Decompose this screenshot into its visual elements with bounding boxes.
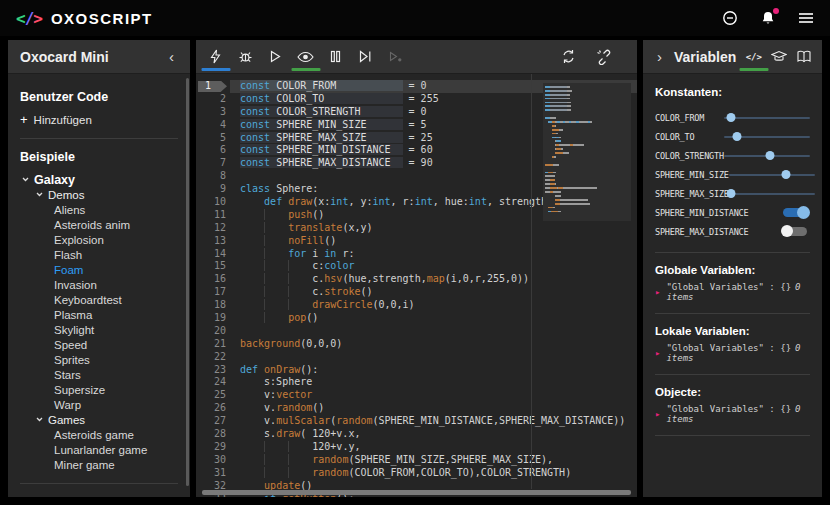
line-number[interactable]: 28	[196, 428, 230, 441]
tree-item-invasion[interactable]: Invasion	[20, 277, 178, 292]
editor-horizontal-scrollbar[interactable]	[202, 490, 631, 495]
tree-item-stars[interactable]: Stars	[20, 367, 178, 382]
line-number[interactable]: 23	[196, 364, 230, 377]
slider-thumb[interactable]	[732, 132, 741, 141]
line-number[interactable]: 18	[196, 299, 230, 312]
pause-icon[interactable]	[326, 40, 345, 74]
tree-item-asteroids-anim[interactable]: Asteroids anim	[20, 217, 178, 232]
line-number[interactable]: 29	[196, 441, 230, 454]
eye-watch-icon[interactable]	[296, 40, 315, 74]
line-number[interactable]: 19	[196, 312, 230, 325]
code-line-17[interactable]: 17 c.stroke()	[196, 286, 637, 299]
step-forward-icon[interactable]	[356, 40, 375, 74]
code-line-16[interactable]: 16 c.hsv(hue,strength,map(i,0,r,255,0))	[196, 273, 637, 286]
flash-upload-icon[interactable]	[206, 40, 225, 74]
code-line-31[interactable]: 31 random(COLOR_FROM,COLOR_TO),COLOR_STR…	[196, 467, 637, 480]
tree-item-skylight[interactable]: Skylight	[20, 322, 178, 337]
line-number[interactable]: 27	[196, 415, 230, 428]
line-number[interactable]: 20	[196, 325, 230, 338]
run-once-icon[interactable]	[386, 40, 405, 74]
tree-item-keyboardtest[interactable]: Keyboardtest	[20, 292, 178, 307]
code-line-15[interactable]: 15 c:color	[196, 260, 637, 273]
add-user-code-button[interactable]: + Hinzufügen	[20, 112, 178, 127]
line-number[interactable]: 1	[196, 80, 230, 93]
book-icon[interactable]	[794, 40, 813, 74]
toggle-sphere-max-distance[interactable]	[783, 227, 807, 236]
tree-item-galaxy[interactable]: Galaxy	[20, 172, 178, 187]
graduation-cap-icon[interactable]	[769, 40, 788, 74]
line-number[interactable]: 10	[196, 196, 230, 209]
code-icon[interactable]: </>	[744, 40, 763, 74]
expand-triangle-icon[interactable]: ▸	[655, 409, 660, 419]
slider-sphere-min-size[interactable]	[729, 170, 815, 179]
tree-item-plasma[interactable]: Plasma	[20, 307, 178, 322]
code-line-12[interactable]: 12 translate(x,y)	[196, 222, 637, 235]
chevron-right-icon[interactable]: ›	[653, 48, 666, 65]
line-number[interactable]: 2	[196, 93, 230, 106]
code-line-30[interactable]: 30 random(SPHERE_MIN_SIZE,SPHERE_MAX_SIZ…	[196, 454, 637, 467]
notifications-bell-icon[interactable]	[760, 10, 776, 26]
line-number[interactable]: 31	[196, 467, 230, 480]
chevron-down-icon[interactable]	[36, 417, 43, 422]
menu-icon[interactable]	[798, 11, 814, 25]
slider-thumb[interactable]	[782, 170, 791, 179]
code-line-22[interactable]: 22	[196, 351, 637, 364]
slider-color-to[interactable]	[724, 132, 810, 141]
variable-entry[interactable]: ▸"Global Variables" : {}0 items	[655, 404, 810, 424]
tree-item-lunarlander-game[interactable]: Lunarlander game	[20, 442, 178, 457]
slider-color-strength[interactable]	[724, 151, 810, 160]
sync-icon[interactable]	[559, 40, 578, 74]
play-icon[interactable]	[266, 40, 285, 74]
chevron-down-icon[interactable]	[36, 192, 43, 197]
line-number[interactable]: 21	[196, 338, 230, 351]
slider-thumb[interactable]	[726, 113, 735, 122]
tree-item-speed[interactable]: Speed	[20, 337, 178, 352]
feedback-icon[interactable]	[722, 10, 738, 26]
line-number[interactable]: 8	[196, 170, 230, 183]
chevron-down-icon[interactable]	[22, 177, 29, 182]
tree-item-explosion[interactable]: Explosion	[20, 232, 178, 247]
line-number[interactable]: 12	[196, 222, 230, 235]
line-number[interactable]: 6	[196, 144, 230, 157]
expand-triangle-icon[interactable]: ▸	[655, 287, 660, 297]
line-number[interactable]: 16	[196, 273, 230, 286]
tree-item-games[interactable]: Games	[20, 412, 178, 427]
line-number[interactable]: 24	[196, 376, 230, 389]
slider-thumb[interactable]	[766, 151, 775, 160]
line-number[interactable]: 11	[196, 209, 230, 222]
line-number[interactable]: 30	[196, 454, 230, 467]
slider-thumb[interactable]	[727, 189, 736, 198]
code-line-21[interactable]: 21background(0,0,0)	[196, 338, 637, 351]
line-number[interactable]: 7	[196, 157, 230, 170]
line-number[interactable]: 9	[196, 183, 230, 196]
tree-item-demos[interactable]: Demos	[20, 187, 178, 202]
code-line-25[interactable]: 25 v:vector	[196, 389, 637, 402]
minimap[interactable]	[543, 83, 631, 221]
code-line-28[interactable]: 28 s.draw( 120+v.x,	[196, 428, 637, 441]
tree-item-supersize[interactable]: Supersize	[20, 382, 178, 397]
toggle-sphere-min-distance[interactable]	[783, 208, 807, 217]
line-number[interactable]: 26	[196, 402, 230, 415]
line-number[interactable]: 14	[196, 248, 230, 261]
line-number[interactable]: 13	[196, 235, 230, 248]
variable-entry[interactable]: ▸"Global Variables" : {}0 items	[655, 282, 810, 302]
variable-entry[interactable]: ▸"Global Variables" : {}0 items	[655, 343, 810, 363]
tree-item-flash[interactable]: Flash	[20, 247, 178, 262]
slider-color-from[interactable]	[724, 113, 810, 122]
tree-item-aliens[interactable]: Aliens	[20, 202, 178, 217]
debug-bug-icon[interactable]	[236, 40, 255, 74]
code-area[interactable]: 1const COLOR_FROM = 02const COLOR_TO = 2…	[196, 74, 637, 497]
code-line-20[interactable]: 20	[196, 325, 637, 338]
code-line-18[interactable]: 18 drawCircle(0,0,i)	[196, 299, 637, 312]
code-line-24[interactable]: 24 s:Sphere	[196, 376, 637, 389]
line-number[interactable]: 3	[196, 106, 230, 119]
code-line-27[interactable]: 27 v.mulScalar(random(SPHERE_MIN_DISTANC…	[196, 415, 637, 428]
tree-item-miner-game[interactable]: Miner game	[20, 457, 178, 472]
code-line-23[interactable]: 23def onDraw():	[196, 364, 637, 377]
chevron-left-icon[interactable]: ‹	[165, 48, 178, 65]
unlink-icon[interactable]	[594, 40, 613, 74]
tree-item-warp[interactable]: Warp	[20, 397, 178, 412]
expand-triangle-icon[interactable]: ▸	[655, 348, 660, 358]
line-number[interactable]: 17	[196, 286, 230, 299]
code-line-26[interactable]: 26 v.random()	[196, 402, 637, 415]
